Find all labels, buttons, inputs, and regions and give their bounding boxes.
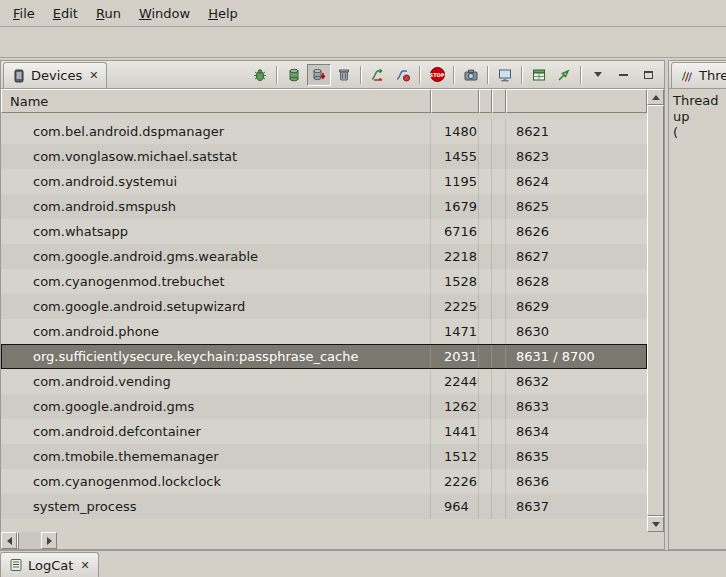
horizontal-scroll-track[interactable]: [19, 532, 41, 549]
devices-view: Devices ✕: [0, 60, 665, 550]
menu-run[interactable]: Run: [87, 3, 130, 24]
threads-view: Threa Thread up (: [668, 60, 726, 550]
scroll-right-icon[interactable]: [41, 532, 57, 549]
table-row[interactable]: system_process9648637: [1, 494, 647, 519]
empty-cell: [479, 444, 492, 469]
tab-threads-label: Threa: [699, 68, 726, 83]
empty-cell: [492, 369, 506, 394]
logcat-icon: [9, 558, 23, 572]
update-threads-icon[interactable]: [366, 64, 390, 86]
column-header-pid[interactable]: [431, 89, 479, 113]
table-row[interactable]: com.cyanogenmod.lockclock222658636: [1, 469, 647, 494]
table-row[interactable]: com.android.smspush16798625: [1, 194, 647, 219]
process-name: com.tmobile.thememanager: [1, 444, 431, 469]
minimize-icon[interactable]: [611, 64, 635, 86]
process-pid: 12623: [431, 394, 479, 419]
threads-message-line1: Thread up: [673, 93, 722, 125]
menu-help[interactable]: Help: [199, 3, 247, 24]
column-header-name[interactable]: Name: [1, 89, 431, 113]
main-toolbar: [0, 26, 726, 58]
process-name: com.google.android.setupwizard: [1, 294, 431, 319]
empty-cell: [492, 144, 506, 169]
tab-logcat-label: LogCat: [28, 558, 73, 573]
table-row[interactable]: com.google.android.setupwizard222508629: [1, 294, 647, 319]
close-icon[interactable]: ✕: [87, 69, 98, 82]
table-row[interactable]: com.tmobile.thememanager15128635: [1, 444, 647, 469]
table-row[interactable]: com.android.defcontainer144118634: [1, 419, 647, 444]
debug-process-icon[interactable]: [248, 64, 272, 86]
empty-cell: [479, 494, 492, 519]
table-row[interactable]: com.google.android.gms126238633: [1, 394, 647, 419]
process-pid: 1512: [431, 444, 479, 469]
process-name: com.cyanogenmod.trebuchet: [1, 269, 431, 294]
vertical-scrollbar[interactable]: [647, 89, 664, 532]
tree-view-icon[interactable]: [527, 64, 551, 86]
toolbar-separator: [580, 66, 582, 84]
empty-cell: [492, 269, 506, 294]
process-name: com.cyanogenmod.lockclock: [1, 469, 431, 494]
menubar: File Edit Run Window Help: [0, 0, 726, 26]
table-row[interactable]: com.cyanogenmod.trebuchet15288628: [1, 269, 647, 294]
tab-devices[interactable]: Devices ✕: [3, 62, 107, 88]
view-menu-icon[interactable]: [586, 64, 610, 86]
stop-process-icon[interactable]: STOP: [425, 64, 449, 86]
cause-gc-icon[interactable]: [332, 64, 356, 86]
close-icon[interactable]: ✕: [78, 559, 89, 572]
empty-cell: [479, 344, 492, 369]
column-header-empty[interactable]: [492, 89, 506, 113]
screen-capture-icon[interactable]: [459, 64, 483, 86]
table-row[interactable]: com.android.phone14718630: [1, 319, 647, 344]
empty-cell: [479, 144, 492, 169]
table-row[interactable]: com.android.vending224408632: [1, 369, 647, 394]
green-arrow-icon[interactable]: [552, 64, 576, 86]
table-row[interactable]: org.sufficientlysecure.keychain:passphra…: [1, 344, 647, 369]
menu-window[interactable]: Window: [130, 3, 199, 24]
process-port: 8635: [506, 444, 647, 469]
process-pid: 1195: [431, 169, 479, 194]
process-name: com.google.android.gms: [1, 394, 431, 419]
scroll-left-icon[interactable]: [1, 532, 17, 549]
dump-hprof-icon[interactable]: [307, 64, 331, 86]
tab-logcat[interactable]: LogCat ✕: [0, 552, 99, 577]
process-port: 8628: [506, 269, 647, 294]
vertical-scroll-thumb[interactable]: [647, 105, 664, 516]
column-header-port[interactable]: [506, 89, 647, 113]
process-port: 8637: [506, 494, 647, 519]
threads-icon: [680, 69, 694, 83]
empty-cell: [492, 219, 506, 244]
process-name: com.vonglasow.michael.satstat: [1, 144, 431, 169]
process-name: com.bel.android.dspmanager: [1, 119, 431, 144]
process-port: 8633: [506, 394, 647, 419]
process-port: 8631 / 8700: [506, 344, 647, 369]
empty-cell: [479, 269, 492, 294]
empty-cell: [479, 219, 492, 244]
start-method-profiling-icon[interactable]: [391, 64, 415, 86]
tab-threads[interactable]: Threa: [671, 62, 726, 88]
maximize-icon[interactable]: [636, 64, 660, 86]
table-row[interactable]: com.whatsapp67168626: [1, 219, 647, 244]
process-pid: 22185: [431, 244, 479, 269]
menu-edit[interactable]: Edit: [44, 3, 87, 24]
screen-record-icon[interactable]: [493, 64, 517, 86]
process-pid: 22265: [431, 469, 479, 494]
scroll-down-icon[interactable]: [647, 516, 664, 532]
process-name: system_process: [1, 494, 431, 519]
process-port: 8621: [506, 119, 647, 144]
table-row[interactable]: com.android.systemui11958624: [1, 169, 647, 194]
table-row[interactable]: com.google.android.gms.wearable221858627: [1, 244, 647, 269]
table-row[interactable]: com.vonglasow.michael.satstat145538623: [1, 144, 647, 169]
empty-cell: [479, 244, 492, 269]
table-row[interactable]: com.bel.android.dspmanager14808621: [1, 119, 647, 144]
threads-message: Thread up (: [669, 89, 726, 145]
horizontal-scrollbar[interactable]: [1, 532, 57, 549]
process-pid: 1480: [431, 119, 479, 144]
process-name: com.google.android.gms.wearable: [1, 244, 431, 269]
toolbar-separator: [521, 66, 523, 84]
process-pid: 1471: [431, 319, 479, 344]
empty-cell: [492, 344, 506, 369]
update-heap-icon[interactable]: [282, 64, 306, 86]
process-pid: 22440: [431, 369, 479, 394]
column-header-empty[interactable]: [479, 89, 492, 113]
scroll-up-icon[interactable]: [647, 89, 664, 105]
menu-file[interactable]: File: [4, 3, 44, 24]
